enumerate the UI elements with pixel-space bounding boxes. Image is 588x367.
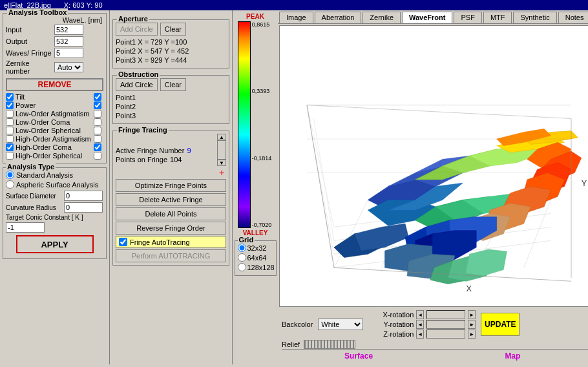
waves-fringe-field[interactable] [54,48,83,58]
y-rotation-left-arrow[interactable]: ◄ [416,320,424,329]
high-astig-checkbox[interactable] [6,135,14,143]
grid-64-radio[interactable] [238,253,246,262]
obstruction-clear-button[interactable]: Clear [160,78,186,91]
high-coma-check2[interactable] [94,143,101,151]
grid-title: Grid [238,236,255,244]
z-rotation-left-arrow[interactable]: ◄ [416,330,424,339]
svg-text:X: X [466,284,472,293]
low-astig-checkbox[interactable] [6,110,14,118]
input-field[interactable] [54,25,83,35]
obstruction-add-circle-button[interactable]: Add Circle [116,78,158,91]
tab-notes[interactable]: Notes [558,12,588,23]
wave-header: WaveL. [nm] [6,16,103,24]
low-astig-check2[interactable] [94,110,101,118]
low-spher-check2[interactable] [94,127,101,134]
target-conic-label: Target Conic Constant [ K ] [6,214,103,221]
high-spher-check2[interactable] [94,152,101,160]
obstruction-title: Obstruction [117,70,160,78]
waves-fringe-label: Waves/ Fringe [6,49,54,57]
low-coma-check2[interactable] [94,118,101,126]
autotracing-checkbox[interactable] [119,238,127,246]
target-conic-field[interactable] [6,222,45,233]
relief-label: Relief [282,341,300,348]
tab-psf[interactable]: PSF [454,12,481,23]
y-rotation-slider[interactable] [426,320,465,329]
tab-mtf[interactable]: MTF [483,12,512,23]
aperture-point3: Point3 X = 929 Y =444 [116,56,226,64]
high-spher-checkbox[interactable] [6,152,14,160]
curvature-field[interactable] [64,202,103,213]
standard-label: Standard Analysis [16,171,73,179]
z-rotation-right-arrow[interactable]: ► [468,330,476,339]
analysis-toolbox-title: Analysis Toolbox [7,8,68,16]
optimize-fringe-button[interactable]: Optimize Fringe Points [116,179,226,192]
backcolor-select[interactable]: White Black Gray [318,319,363,330]
aperture-add-circle-button[interactable]: Add Circle [116,23,158,36]
standard-radio[interactable] [6,171,14,179]
power-check2[interactable] [94,101,101,109]
surface-diam-field[interactable] [64,191,103,201]
x-rotation-slider[interactable] [426,310,465,319]
output-label: Output [6,37,54,45]
reverse-fringe-button[interactable]: Reverse Fringe Order [116,222,226,235]
remove-button[interactable]: REMOVE [6,78,103,91]
aspheric-radio[interactable] [6,180,14,189]
surface-button[interactable]: Surface [282,350,436,362]
autotracing-label: Fringe AutoTracing [130,238,190,246]
high-spher-label: High-Order Spherical [16,152,94,160]
zernike-select[interactable]: Auto [54,62,83,72]
obstruction-point3: Point3 [116,112,226,120]
title-bar: ellFlat_22B.jpg X: 603 Y: 90 [0,0,588,10]
map-button[interactable]: Map [436,350,588,362]
tab-image[interactable]: Image [279,12,313,23]
x-rotation-left-arrow[interactable]: ◄ [416,310,424,319]
high-coma-checkbox[interactable] [6,143,14,151]
tilt-check2[interactable] [94,93,101,101]
tab-wavefront[interactable]: WaveFront [402,12,452,23]
low-coma-checkbox[interactable] [6,118,14,126]
tab-aberration[interactable]: Aberration [315,12,362,23]
tick-v2: 0,3393 [252,88,272,94]
tilt-checkbox[interactable] [6,93,14,101]
bottom-controls: Backcolor White Black Gray X-rotation ◄ … [278,308,588,364]
grid-group: Grid 32x32 64x64 128x128 [235,240,277,276]
y-rotation-right-arrow[interactable]: ► [468,320,476,329]
tick-v3: -0,1814 [252,155,272,162]
grid-32-radio[interactable] [238,244,246,252]
power-label: Power [16,101,94,109]
power-checkbox[interactable] [6,101,14,109]
perform-autotracing-button[interactable]: Perform AUTOTRACING [116,249,226,262]
middle-panel: Aperture Add Circle Clear Point1 X = 729… [110,10,233,364]
aperture-clear-button[interactable]: Clear [160,23,186,36]
delete-active-fringe-button[interactable]: Delete Active Fringe [116,193,226,206]
color-scale-panel: PEAK 0,8615 0,3393 -0,1814 -0,7020 VALLE… [233,10,278,364]
relief-slider[interactable] [304,340,355,349]
fringe-up-arrow[interactable]: ▲ [217,134,226,140]
aspheric-label: Aspheric Surface Analysis [16,181,98,189]
scale-ticks: 0,8615 0,3393 -0,1814 -0,7020 [251,21,273,228]
peak-label: PEAK [246,13,264,20]
fringe-tracing-title: Fringe Tracing [117,126,169,134]
output-field[interactable] [54,36,83,47]
delete-all-points-button[interactable]: Delete All Points [116,207,226,220]
obstruction-group: Obstruction Add Circle Clear Point1 Poin… [112,75,229,124]
apply-button[interactable]: APPLY [16,235,94,253]
grid-64-label: 64x64 [247,254,267,262]
curvature-label: Curvature Radius [6,204,64,211]
low-spher-checkbox[interactable] [6,127,14,134]
coords-label: X: 603 Y: 90 [64,1,103,9]
autotracing-row: Fringe AutoTracing [116,236,226,248]
wavefront-chart: Y X [280,26,588,306]
tab-zernike[interactable]: Zernike [362,12,401,23]
surface-diam-label: Surface Diameter [6,193,64,200]
high-astig-check2[interactable] [94,135,101,143]
update-button[interactable]: UPDATE [481,313,520,336]
obstruction-point1: Point1 [116,94,226,101]
fringe-down-arrow[interactable]: ▼ [217,160,226,166]
x-rotation-right-arrow[interactable]: ► [468,310,476,319]
z-rotation-slider[interactable] [426,330,465,339]
plus-icon: + [219,167,224,178]
aperture-point1: Point1 X = 729 Y =100 [116,38,226,46]
tab-synthetic[interactable]: Synthetic [513,12,556,23]
grid-128-radio[interactable] [238,263,246,271]
